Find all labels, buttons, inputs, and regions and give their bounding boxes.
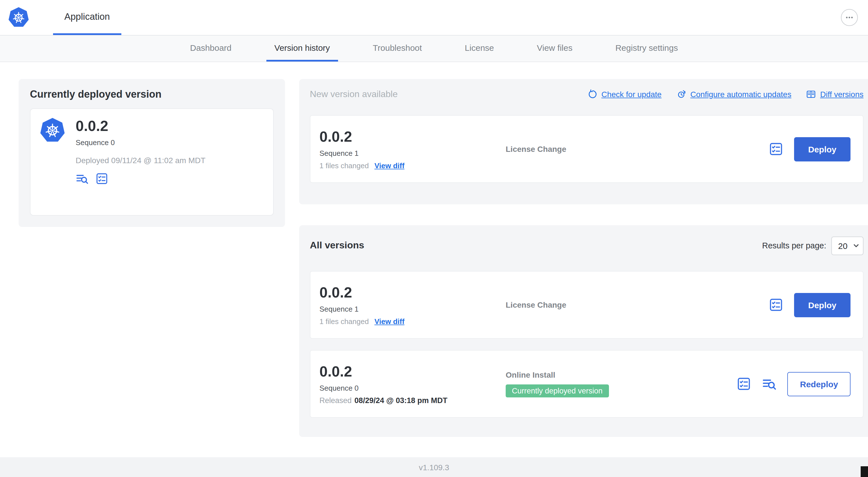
section-nav: Dashboard Version history Troubleshoot L… — [0, 35, 868, 62]
view-preflight-checks-button[interactable] — [737, 377, 751, 391]
checklist-icon — [769, 142, 783, 156]
version-row-sequence-1: 0.0.2 Sequence 1 1 files changed View di… — [310, 271, 864, 339]
tab-registry-settings[interactable]: Registry settings — [608, 35, 686, 62]
version-row-sequence-0: 0.0.2 Sequence 0 Released08/29/24 @ 03:1… — [310, 350, 864, 418]
tab-application[interactable]: Application — [53, 0, 121, 35]
tab-troubleshoot[interactable]: Troubleshoot — [365, 35, 430, 62]
view-deploy-logs-button[interactable] — [762, 377, 777, 391]
more-menu-button[interactable] — [841, 9, 858, 26]
version-source-label: License Change — [506, 145, 769, 153]
files-changed-row: 1 files changed View diff — [319, 317, 506, 326]
main-content: Currently deployed version — [0, 62, 868, 457]
currently-deployed-badge: Currently deployed version — [506, 384, 609, 397]
diff-icon — [806, 89, 816, 99]
diff-versions-label: Diff versions — [820, 90, 864, 99]
app-window: Application Dashboard Version history Tr… — [0, 0, 868, 477]
tab-version-history[interactable]: Version history — [267, 35, 338, 62]
new-version-panel: New version available Check for update — [299, 79, 868, 204]
tab-version-history-label: Version history — [274, 43, 330, 53]
refresh-icon — [587, 89, 597, 99]
tab-registry-settings-label: Registry settings — [615, 43, 678, 53]
current-version-sequence: Sequence 0 — [75, 138, 206, 147]
current-version-card: 0.0.2 Sequence 0 Deployed 09/11/24 @ 11:… — [30, 109, 274, 216]
kubernetes-logo-icon — [8, 7, 29, 28]
files-changed-row: 1 files changed View diff — [319, 161, 506, 170]
results-per-page-select-wrap: 20 — [831, 236, 864, 255]
current-version-number: 0.0.2 — [75, 117, 206, 135]
logs-icon — [75, 172, 89, 185]
version-source-column: Online Install Currently deployed versio… — [506, 370, 737, 397]
current-version-actions — [75, 172, 206, 185]
tab-dashboard-label: Dashboard — [190, 43, 232, 53]
new-version-card: 0.0.2 Sequence 1 1 files changed View di… — [310, 115, 864, 183]
released-date-row: Released08/29/24 @ 03:18 pm MDT — [319, 396, 506, 405]
version-sequence: Sequence 1 — [319, 149, 506, 157]
check-for-update-label: Check for update — [601, 90, 661, 99]
ellipsis-icon — [844, 12, 855, 23]
tab-license-label: License — [465, 43, 494, 53]
version-card-info: 0.0.2 Sequence 1 1 files changed View di… — [319, 128, 506, 170]
version-number: 0.0.2 — [319, 284, 506, 301]
footer: v1.109.3 — [0, 457, 868, 477]
tab-troubleshoot-label: Troubleshoot — [373, 43, 422, 53]
version-source-column: License Change — [506, 300, 769, 309]
version-card-actions: Deploy — [769, 293, 850, 317]
kubernetes-app-icon — [39, 117, 65, 143]
admin-console-version: v1.109.3 — [419, 463, 449, 472]
configure-automatic-updates-link[interactable]: Configure automatic updates — [676, 89, 791, 99]
view-diff-link[interactable]: View diff — [374, 317, 404, 326]
redeploy-button[interactable]: Redeploy — [787, 372, 850, 396]
new-version-header: New version available Check for update — [310, 89, 864, 99]
checklist-icon — [737, 377, 751, 391]
version-source-column: License Change — [506, 145, 769, 153]
version-card-actions: Redeploy — [737, 372, 850, 396]
version-card-actions: Deploy — [769, 137, 850, 161]
results-per-page-label: Results per page: — [762, 241, 826, 250]
current-version-title: Currently deployed version — [30, 89, 161, 100]
deploy-button[interactable]: Deploy — [794, 137, 850, 161]
results-per-page: Results per page: 20 — [762, 236, 864, 255]
tab-dashboard[interactable]: Dashboard — [182, 35, 240, 62]
checklist-icon — [769, 297, 783, 312]
deploy-button[interactable]: Deploy — [794, 293, 850, 317]
version-number: 0.0.2 — [319, 363, 506, 380]
view-preflight-checks-button[interactable] — [769, 297, 783, 312]
tab-view-files-label: View files — [537, 43, 572, 53]
all-versions-title: All versions — [310, 240, 364, 251]
checklist-icon — [95, 172, 108, 185]
view-deploy-logs-button[interactable] — [75, 172, 89, 185]
version-sequence: Sequence 1 — [319, 305, 506, 313]
version-number: 0.0.2 — [319, 128, 506, 145]
all-versions-panel: All versions Results per page: 20 — [299, 225, 868, 437]
version-source-label: Online Install — [506, 370, 737, 379]
view-preflight-checks-button[interactable] — [95, 172, 108, 185]
check-for-update-link[interactable]: Check for update — [587, 89, 661, 99]
version-sequence: Sequence 0 — [319, 384, 506, 392]
current-version-deployed-date: Deployed 09/11/24 @ 11:02 am MDT — [75, 156, 206, 165]
released-date: 08/29/24 @ 03:18 pm MDT — [354, 396, 447, 405]
app-tab-label: Application — [64, 11, 110, 22]
current-version-info: 0.0.2 Sequence 0 Deployed 09/11/24 @ 11:… — [75, 117, 206, 207]
tab-license[interactable]: License — [457, 35, 502, 62]
view-preflight-checks-button[interactable] — [769, 142, 783, 156]
version-source-label: License Change — [506, 300, 769, 309]
released-label: Released — [319, 396, 351, 405]
clock-refresh-icon — [676, 89, 686, 99]
new-version-links: Check for update Configure automatic upd… — [587, 89, 864, 99]
all-versions-header: All versions Results per page: 20 — [310, 234, 864, 257]
logs-icon — [762, 377, 777, 391]
version-card-info: 0.0.2 Sequence 0 Released08/29/24 @ 03:1… — [319, 363, 506, 405]
tab-view-files[interactable]: View files — [529, 35, 581, 62]
diff-versions-link[interactable]: Diff versions — [806, 89, 864, 99]
files-changed-label: 1 files changed — [319, 317, 369, 326]
view-diff-link[interactable]: View diff — [374, 161, 404, 170]
results-per-page-select[interactable]: 20 — [831, 236, 864, 255]
top-bar: Application — [0, 0, 868, 35]
version-card-info: 0.0.2 Sequence 1 1 files changed View di… — [319, 284, 506, 326]
new-version-title: New version available — [310, 89, 398, 99]
files-changed-label: 1 files changed — [319, 161, 369, 170]
configure-automatic-updates-label: Configure automatic updates — [690, 90, 791, 99]
corner-artifact — [861, 466, 868, 477]
current-version-panel: Currently deployed version — [19, 79, 285, 227]
